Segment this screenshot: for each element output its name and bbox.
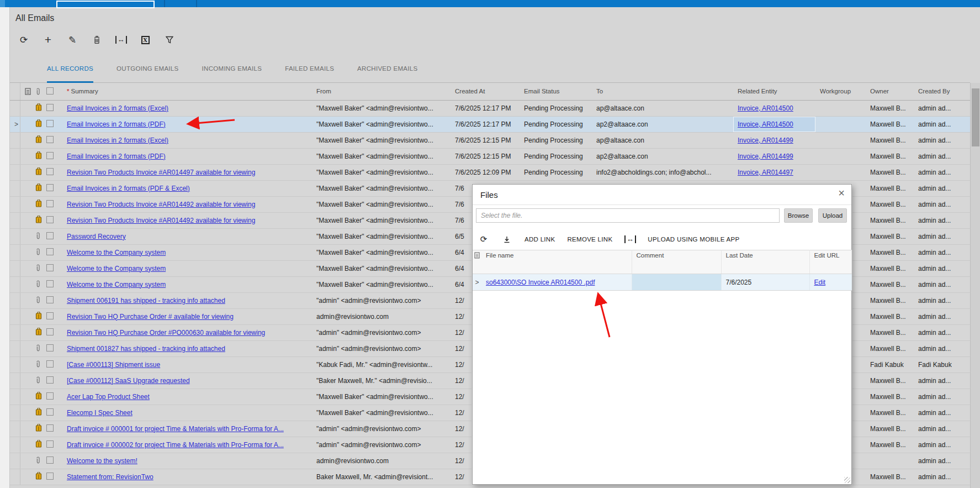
file-select-input[interactable] (476, 208, 780, 223)
upload-button[interactable]: Upload (818, 208, 847, 223)
row-marker (10, 260, 20, 276)
column-header-created-by[interactable]: Created By (914, 83, 962, 100)
add-link-button[interactable]: ADD LINK (525, 236, 555, 243)
summary-link[interactable]: Welcome to the Company system (67, 281, 166, 288)
summary-link[interactable]: Shipment 006191 has shipped - tracking i… (67, 297, 225, 305)
column-header-summary[interactable]: *Summary (62, 83, 312, 100)
refresh-icon[interactable]: ⟳ (17, 33, 30, 46)
tab-archived-emails[interactable]: ARCHIVED EMAILS (357, 65, 417, 83)
column-header-related-entity[interactable]: Related Entity (733, 83, 815, 100)
summary-link[interactable]: Email Invoices in 2 formats (PDF) (67, 153, 166, 160)
download-icon[interactable] (501, 234, 512, 245)
column-header-owner[interactable]: Owner (866, 83, 914, 100)
row-checkbox[interactable] (46, 456, 54, 464)
export-excel-icon[interactable]: X (139, 33, 152, 46)
row-checkbox[interactable] (46, 296, 54, 303)
summary-link[interactable]: Draft invoice # 000002 for project Time … (67, 441, 284, 449)
column-header-last-date[interactable]: Last Date (721, 250, 809, 274)
row-checkbox[interactable] (46, 104, 54, 111)
row-checkbox[interactable] (46, 392, 54, 400)
delete-trash-icon[interactable] (90, 33, 103, 46)
row-checkbox[interactable] (46, 473, 54, 480)
column-header-edit-url[interactable]: Edit URL (809, 250, 851, 274)
summary-link[interactable]: Draft invoice # 000001 for project Time … (67, 425, 284, 433)
comment-cell[interactable] (632, 274, 721, 291)
edit-link[interactable]: Edit (814, 279, 826, 286)
related-entity-link[interactable]: Invoice, AR014500 (738, 104, 793, 112)
from-cell: "Maxwell Baker" <admin@revisiontwo... (312, 228, 451, 244)
file-name-link[interactable]: so643000\SO Invoice AR014500 .pdf (486, 279, 595, 286)
summary-link[interactable]: [Case #000113] Shipment issue (67, 361, 160, 369)
column-header-created-at[interactable]: Created At (451, 83, 520, 100)
summary-link[interactable]: Shipment 001827 has shipped - tracking i… (67, 345, 225, 353)
summary-link[interactable]: Statement from: RevisionTwo (67, 473, 153, 481)
tab-failed-emails[interactable]: FAILED EMAILS (285, 65, 334, 83)
summary-link[interactable]: Password Recovery (67, 233, 126, 240)
summary-link[interactable]: Revision Two HQ Purchase Order # availab… (67, 313, 234, 321)
summary-link[interactable]: Email Invoices in 2 formats (Excel) (67, 137, 168, 144)
column-header-email-status[interactable]: Email Status (520, 83, 592, 100)
summary-link[interactable]: Email Invoices in 2 formats (PDF & Excel… (67, 185, 190, 192)
summary-link[interactable]: Acer Lap Top Product Sheet (67, 393, 150, 401)
column-header-workgroup[interactable]: Workgroup (815, 83, 866, 100)
row-checkbox[interactable] (46, 312, 54, 319)
summary-link[interactable]: Revision Two Products Invoice #AR014492 … (67, 201, 255, 208)
tab-all-records[interactable]: ALL RECORDS (47, 65, 93, 83)
summary-link[interactable]: [Case #000112] SaaS Upgrade requested (67, 377, 190, 385)
close-icon[interactable]: × (838, 187, 845, 199)
summary-link[interactable]: Welcome to the Company system (67, 265, 166, 272)
row-checkbox[interactable] (46, 360, 54, 368)
row-checkbox[interactable] (46, 120, 54, 127)
refresh-icon[interactable]: ⟳ (478, 234, 489, 245)
row-checkbox[interactable] (46, 184, 54, 191)
select-all-checkbox[interactable] (42, 83, 62, 100)
row-checkbox[interactable] (46, 200, 54, 207)
row-checkbox[interactable] (46, 168, 54, 175)
summary-link[interactable]: Elecomp I Spec Sheet (67, 409, 133, 417)
row-checkbox[interactable] (46, 344, 54, 351)
row-checkbox[interactable] (46, 280, 54, 287)
fit-width-icon[interactable]: ↔ (114, 33, 128, 46)
add-icon[interactable]: + (41, 33, 55, 46)
row-checkbox[interactable] (46, 440, 54, 448)
row-checkbox[interactable] (46, 328, 54, 335)
row-checkbox[interactable] (46, 408, 54, 416)
topbar-search-field[interactable] (56, 1, 155, 8)
tab-incoming-emails[interactable]: INCOMING EMAILS (202, 65, 262, 83)
summary-link[interactable]: Welcome to the Company system (67, 249, 166, 256)
row-checkbox[interactable] (46, 248, 54, 255)
summary-link[interactable]: Email Invoices in 2 formats (PDF) (67, 120, 166, 128)
summary-link[interactable]: Revision Two Products Invoice #AR014492 … (67, 217, 255, 224)
column-header-from[interactable]: From (312, 83, 451, 100)
attachment-files-icon (31, 132, 42, 148)
remove-link-button[interactable]: REMOVE LINK (567, 236, 612, 243)
summary-link[interactable]: Revision Two HQ Purchase Order #PO000630… (67, 329, 265, 337)
row-checkbox[interactable] (46, 152, 54, 159)
filter-icon[interactable] (163, 33, 176, 46)
created-by-cell: admin ad... (914, 324, 962, 340)
row-checkbox[interactable] (46, 264, 54, 271)
summary-link[interactable]: Welcome to the system! (67, 457, 137, 465)
row-checkbox[interactable] (46, 216, 54, 223)
row-checkbox[interactable] (46, 424, 54, 432)
related-entity-link[interactable]: Invoice, AR014497 (738, 169, 793, 176)
column-header-to[interactable]: To (592, 83, 733, 100)
column-header-file-name[interactable]: File name (481, 250, 632, 274)
column-header-comment[interactable]: Comment (632, 250, 721, 274)
summary-link[interactable]: Revision Two Products Invoice #AR014497 … (67, 169, 255, 176)
fit-width-icon[interactable]: ↔ (624, 234, 635, 245)
browse-button[interactable]: Browse (784, 208, 813, 223)
row-checkbox[interactable] (46, 136, 54, 143)
row-checkbox[interactable] (46, 376, 54, 384)
row-checkbox-cell (42, 180, 62, 196)
summary-link[interactable]: Email Invoices in 2 formats (Excel) (67, 104, 168, 112)
related-entity-link[interactable]: Invoice, AR014500 (738, 120, 793, 128)
scrollbar-thumb[interactable] (972, 88, 979, 146)
edit-pencil-icon[interactable]: ✎ (66, 33, 79, 46)
related-entity-link[interactable]: Invoice, AR014499 (738, 137, 793, 144)
dialog-resize-grip[interactable] (844, 477, 850, 483)
tab-outgoing-emails[interactable]: OUTGOING EMAILS (116, 65, 179, 83)
related-entity-link[interactable]: Invoice, AR014499 (738, 153, 793, 160)
upload-mobile-app-button[interactable]: UPLOAD USING MOBILE APP (648, 236, 739, 243)
row-checkbox[interactable] (46, 232, 54, 239)
